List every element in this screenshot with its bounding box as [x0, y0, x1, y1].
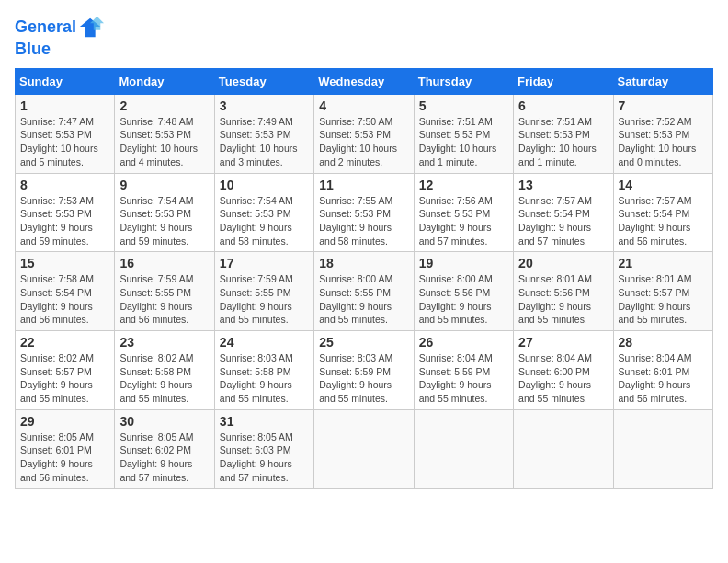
- day-info: Sunrise: 7:50 AM Sunset: 5:53 PM Dayligh…: [319, 115, 408, 169]
- calendar-cell: 26 Sunrise: 8:04 AM Sunset: 5:59 PM Dayl…: [414, 331, 513, 410]
- calendar-cell: 30 Sunrise: 8:05 AM Sunset: 6:02 PM Dayl…: [115, 409, 214, 488]
- day-info: Sunrise: 7:48 AM Sunset: 5:53 PM Dayligh…: [119, 115, 209, 169]
- day-info: Sunrise: 7:53 AM Sunset: 5:53 PM Dayligh…: [20, 194, 109, 248]
- day-number: 31: [220, 414, 309, 429]
- day-number: 28: [619, 335, 708, 350]
- day-info: Sunrise: 7:57 AM Sunset: 5:54 PM Dayligh…: [518, 194, 608, 248]
- day-number: 22: [20, 335, 109, 350]
- calendar-cell: 16 Sunrise: 7:59 AM Sunset: 5:55 PM Dayl…: [115, 252, 214, 331]
- calendar-cell: 21 Sunrise: 8:01 AM Sunset: 5:57 PM Dayl…: [613, 252, 712, 331]
- day-info: Sunrise: 8:02 AM Sunset: 5:57 PM Dayligh…: [20, 351, 109, 406]
- day-info: Sunrise: 7:56 AM Sunset: 5:53 PM Dayligh…: [419, 194, 508, 248]
- day-info: Sunrise: 7:59 AM Sunset: 5:55 PM Dayligh…: [119, 272, 209, 327]
- day-info: Sunrise: 8:05 AM Sunset: 6:03 PM Dayligh…: [220, 431, 309, 485]
- calendar-cell: 1 Sunrise: 7:47 AM Sunset: 5:53 PM Dayli…: [16, 94, 115, 173]
- day-number: 5: [419, 98, 508, 113]
- calendar-cell: 8 Sunrise: 7:53 AM Sunset: 5:53 PM Dayli…: [16, 173, 115, 252]
- day-info: Sunrise: 7:55 AM Sunset: 5:53 PM Dayligh…: [319, 194, 408, 248]
- calendar-cell: 29 Sunrise: 8:05 AM Sunset: 6:01 PM Dayl…: [16, 409, 115, 488]
- calendar-cell: 25 Sunrise: 8:03 AM Sunset: 5:59 PM Dayl…: [314, 331, 414, 410]
- day-info: Sunrise: 8:04 AM Sunset: 6:01 PM Dayligh…: [619, 351, 708, 406]
- day-info: Sunrise: 7:51 AM Sunset: 5:53 PM Dayligh…: [518, 115, 608, 169]
- logo: General Blue: [15, 15, 104, 59]
- calendar-cell: 2 Sunrise: 7:48 AM Sunset: 5:53 PM Dayli…: [115, 94, 214, 173]
- day-info: Sunrise: 7:54 AM Sunset: 5:53 PM Dayligh…: [119, 194, 209, 248]
- week-row-1: 1 Sunrise: 7:47 AM Sunset: 5:53 PM Dayli…: [16, 94, 713, 173]
- day-number: 13: [518, 178, 608, 192]
- week-row-2: 8 Sunrise: 7:53 AM Sunset: 5:53 PM Dayli…: [16, 173, 713, 252]
- calendar-cell: 28 Sunrise: 8:04 AM Sunset: 6:01 PM Dayl…: [613, 331, 712, 410]
- column-header-tuesday: Tuesday: [214, 68, 313, 94]
- calendar-cell: 9 Sunrise: 7:54 AM Sunset: 5:53 PM Dayli…: [115, 173, 214, 252]
- day-number: 16: [119, 256, 209, 270]
- calendar-cell: 5 Sunrise: 7:51 AM Sunset: 5:53 PM Dayli…: [414, 94, 513, 173]
- day-number: 2: [119, 98, 209, 113]
- calendar-cell: 11 Sunrise: 7:55 AM Sunset: 5:53 PM Dayl…: [314, 173, 414, 252]
- day-number: 19: [419, 256, 508, 270]
- day-number: 12: [419, 178, 508, 192]
- day-number: 18: [319, 256, 408, 270]
- day-info: Sunrise: 8:05 AM Sunset: 6:01 PM Dayligh…: [20, 431, 109, 485]
- day-number: 24: [220, 335, 309, 350]
- day-info: Sunrise: 7:57 AM Sunset: 5:54 PM Dayligh…: [619, 194, 708, 248]
- day-number: 10: [220, 178, 309, 192]
- day-number: 25: [319, 335, 408, 350]
- logo-icon: [78, 15, 104, 40]
- calendar-cell: 27 Sunrise: 8:04 AM Sunset: 6:00 PM Dayl…: [514, 331, 613, 410]
- calendar-cell: 22 Sunrise: 8:02 AM Sunset: 5:57 PM Dayl…: [16, 331, 115, 410]
- day-number: 15: [20, 256, 109, 270]
- day-info: Sunrise: 8:05 AM Sunset: 6:02 PM Dayligh…: [119, 431, 209, 485]
- week-row-5: 29 Sunrise: 8:05 AM Sunset: 6:01 PM Dayl…: [16, 409, 713, 488]
- day-info: Sunrise: 8:04 AM Sunset: 5:59 PM Dayligh…: [419, 351, 508, 406]
- calendar-cell: 15 Sunrise: 7:58 AM Sunset: 5:54 PM Dayl…: [16, 252, 115, 331]
- column-header-sunday: Sunday: [16, 68, 115, 94]
- calendar-cell: 12 Sunrise: 7:56 AM Sunset: 5:53 PM Dayl…: [414, 173, 513, 252]
- day-number: 4: [319, 98, 408, 113]
- day-number: 23: [119, 335, 209, 350]
- day-number: 14: [619, 178, 708, 192]
- day-info: Sunrise: 7:59 AM Sunset: 5:55 PM Dayligh…: [220, 272, 309, 327]
- calendar-cell: 31 Sunrise: 8:05 AM Sunset: 6:03 PM Dayl…: [214, 409, 313, 488]
- day-info: Sunrise: 8:03 AM Sunset: 5:59 PM Dayligh…: [319, 351, 408, 406]
- column-header-thursday: Thursday: [414, 68, 513, 94]
- calendar-cell: [514, 409, 613, 488]
- calendar-table: SundayMondayTuesdayWednesdayThursdayFrid…: [15, 68, 713, 489]
- day-info: Sunrise: 7:52 AM Sunset: 5:53 PM Dayligh…: [619, 115, 708, 169]
- calendar-cell: [613, 409, 712, 488]
- day-number: 7: [619, 98, 708, 113]
- calendar-cell: [314, 409, 414, 488]
- column-header-monday: Monday: [115, 68, 214, 94]
- calendar-cell: 14 Sunrise: 7:57 AM Sunset: 5:54 PM Dayl…: [613, 173, 712, 252]
- calendar-cell: 10 Sunrise: 7:54 AM Sunset: 5:53 PM Dayl…: [214, 173, 313, 252]
- day-number: 17: [220, 256, 309, 270]
- week-row-3: 15 Sunrise: 7:58 AM Sunset: 5:54 PM Dayl…: [16, 252, 713, 331]
- week-row-4: 22 Sunrise: 8:02 AM Sunset: 5:57 PM Dayl…: [16, 331, 713, 410]
- day-info: Sunrise: 8:01 AM Sunset: 5:56 PM Dayligh…: [518, 272, 608, 327]
- day-info: Sunrise: 8:01 AM Sunset: 5:57 PM Dayligh…: [619, 272, 708, 327]
- column-header-wednesday: Wednesday: [314, 68, 414, 94]
- calendar-cell: 19 Sunrise: 8:00 AM Sunset: 5:56 PM Dayl…: [414, 252, 513, 331]
- calendar-cell: 20 Sunrise: 8:01 AM Sunset: 5:56 PM Dayl…: [514, 252, 613, 331]
- calendar-cell: 17 Sunrise: 7:59 AM Sunset: 5:55 PM Dayl…: [214, 252, 313, 331]
- calendar-cell: 7 Sunrise: 7:52 AM Sunset: 5:53 PM Dayli…: [613, 94, 712, 173]
- day-info: Sunrise: 8:03 AM Sunset: 5:58 PM Dayligh…: [220, 351, 309, 406]
- logo-text: General: [15, 18, 76, 37]
- day-number: 27: [518, 335, 608, 350]
- day-info: Sunrise: 7:54 AM Sunset: 5:53 PM Dayligh…: [220, 194, 309, 248]
- page-header: General Blue: [15, 15, 713, 59]
- day-info: Sunrise: 7:47 AM Sunset: 5:53 PM Dayligh…: [20, 115, 109, 169]
- day-number: 8: [20, 178, 109, 192]
- day-number: 21: [619, 256, 708, 270]
- day-number: 6: [518, 98, 608, 113]
- day-number: 29: [20, 414, 109, 429]
- day-number: 1: [20, 98, 109, 113]
- calendar-cell: 18 Sunrise: 8:00 AM Sunset: 5:55 PM Dayl…: [314, 252, 414, 331]
- day-info: Sunrise: 8:00 AM Sunset: 5:55 PM Dayligh…: [319, 272, 408, 327]
- calendar-cell: [414, 409, 513, 488]
- day-number: 26: [419, 335, 508, 350]
- day-info: Sunrise: 8:02 AM Sunset: 5:58 PM Dayligh…: [119, 351, 209, 406]
- column-header-friday: Friday: [514, 68, 613, 94]
- day-info: Sunrise: 8:04 AM Sunset: 6:00 PM Dayligh…: [518, 351, 608, 406]
- calendar-cell: 3 Sunrise: 7:49 AM Sunset: 5:53 PM Dayli…: [214, 94, 313, 173]
- calendar-cell: 4 Sunrise: 7:50 AM Sunset: 5:53 PM Dayli…: [314, 94, 414, 173]
